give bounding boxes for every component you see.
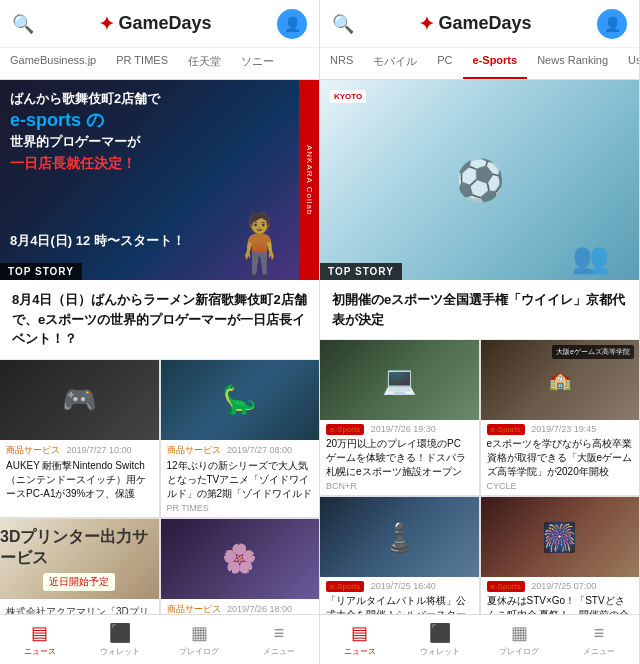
left-nav-wallet[interactable]: ⬛ ウォレット — [80, 615, 160, 664]
left-logo-text: GameDays — [118, 13, 211, 34]
right-top-story[interactable]: ⚽ KYOTO 👥 TOP STORY — [320, 80, 639, 280]
left-tab-prtimes[interactable]: PR TIMES — [106, 48, 178, 79]
left-bottom-nav: ▤ ニュース ⬛ ウォレット ▦ プレイログ ≡ メニュー — [0, 614, 319, 664]
right-tab-esports[interactable]: e-Sports — [463, 48, 528, 79]
left-news-grid: 🎮 商品サービス 2019/7/27 10:00 AUKEY 耐衝撃Ninten… — [0, 360, 319, 615]
right-news-img-2: 🏫 大阪eゲームズ高等学院 — [481, 340, 640, 420]
left-news-title-1: AUKEY 耐衝撃Nintendo Switch（ニンテンドースイッチ）用ケース… — [6, 459, 153, 501]
right-news-item-3[interactable]: ♟️ e-Sports 2019/7/25 16:40 「リアルタイムバトル将棋… — [320, 497, 479, 614]
right-nav-wallet-icon: ⬛ — [429, 622, 451, 644]
left-overlay-esports: e-sports の — [10, 108, 160, 133]
left-avatar[interactable]: 👤 — [277, 9, 307, 39]
left-phone: 🔍 ✦ GameDays 👤 GameBusiness.jp PR TIMES … — [0, 0, 320, 664]
left-news-item-4[interactable]: 🌸 商品サービス 2019/7/26 18:00 やがて君になる「小糸侑＆志海燈… — [161, 519, 320, 615]
right-news-item-1[interactable]: 💻 e-Sports 2019/7/26 19:30 20万円以上のプレイ環境の… — [320, 340, 479, 495]
right-top-story-img: ⚽ KYOTO 👥 — [320, 80, 639, 280]
right-tab-nrs[interactable]: NRS — [320, 48, 363, 79]
left-news-meta-3: 株式会社アクアマリン「3Dプリン — [0, 599, 159, 615]
left-nav-news[interactable]: ▤ ニュース — [0, 615, 80, 664]
right-nav-playlog-label: プレイログ — [499, 646, 539, 657]
right-kyoto-text: KYOTO — [334, 92, 362, 101]
left-nav-playlog[interactable]: ▦ プレイログ — [160, 615, 240, 664]
left-news-img-2: 🦕 — [161, 360, 320, 440]
right-tab-pc[interactable]: PC — [427, 48, 462, 79]
right-school-badge: 大阪eゲームズ高等学院 — [552, 345, 634, 359]
right-tab-mobile[interactable]: モバイル — [363, 48, 427, 79]
left-nav-menu-label: メニュー — [263, 646, 295, 657]
right-news-cat-4: e-Sports 2019/7/25 07:00 — [487, 581, 634, 592]
right-news-cat-2: e-Sports 2019/7/23 19:45 — [487, 424, 634, 435]
left-top-story-title[interactable]: 8月4日（日）ばんからラーメン新宿歌舞伎町2店舗で、eスポーツの世界的プロゲーマ… — [0, 280, 319, 360]
right-news-cat-3: e-Sports 2019/7/25 16:40 — [326, 581, 473, 592]
left-overlay-text: ばんから歌舞伎町2店舗で e-sports の 世界的プロゲーマーが 一日店長就… — [10, 90, 160, 174]
right-search-icon[interactable]: 🔍 — [332, 13, 354, 35]
left-nav-tabs: GameBusiness.jp PR TIMES 任天堂 ソニー — [0, 48, 319, 80]
right-content: ⚽ KYOTO 👥 TOP STORY 初開催のeスポーツ全国選手権「ウイイレ」… — [320, 80, 639, 614]
right-news-img-1: 💻 — [320, 340, 479, 420]
left-news-item-2[interactable]: 🦕 商品サービス 2019/7/27 08:00 12年ぶりの新シリーズで大人気… — [161, 360, 320, 517]
right-news-meta-2: e-Sports 2019/7/23 19:45 eスポーツを学びながら高校卒業… — [481, 420, 640, 495]
left-nav-playlog-icon: ▦ — [191, 622, 208, 644]
right-phone: 🔍 ✦ GameDays 👤 NRS モバイル PC e-Sports News… — [320, 0, 640, 664]
right-news-item-4[interactable]: 🎆 e-Sports 2019/7/25 07:00 夏休みはSTV×Go！「S… — [481, 497, 640, 614]
right-news-meta-3: e-Sports 2019/7/25 16:40 「リアルタイムバトル将棋」公式… — [320, 577, 479, 614]
right-news-title-2: eスポーツを学びながら高校卒業資格が取得できる「大阪eゲームズ高等学院」が202… — [487, 437, 634, 479]
left-news-item-3[interactable]: 3Dプリンター出力サービス 近日開始予定 株式会社アクアマリン「3Dプリン — [0, 519, 159, 615]
right-nav-menu-label: メニュー — [583, 646, 615, 657]
right-nav-wallet[interactable]: ⬛ ウォレット — [400, 615, 480, 664]
left-tab-nintendo[interactable]: 任天堂 — [178, 48, 231, 79]
right-news-img-3: ♟️ — [320, 497, 479, 577]
left-news-cat-1: 商品サービス 2019/7/27 10:00 — [6, 444, 153, 457]
left-top-story[interactable]: ばんから歌舞伎町2店舗で e-sports の 世界的プロゲーマーが 一日店長就… — [0, 80, 319, 280]
right-img-icon: ⚽ — [455, 157, 505, 204]
left-nav-news-icon: ▤ — [31, 622, 48, 644]
left-content: ばんから歌舞伎町2店舗で e-sports の 世界的プロゲーマーが 一日店長就… — [0, 80, 319, 614]
right-news-img-4: 🎆 — [481, 497, 640, 577]
left-news-img-4: 🌸 — [161, 519, 320, 599]
right-nav-playlog[interactable]: ▦ プレイログ — [480, 615, 560, 664]
left-news-source-2: PR TIMES — [167, 503, 314, 513]
right-news-title-1: 20万円以上のプレイ環境のPC ゲームを体験できる！ドスパラ札幌にeスポーツ施設… — [326, 437, 473, 479]
left-logo-icon: ✦ — [99, 13, 114, 35]
right-people: 👥 — [572, 240, 609, 275]
right-top-story-label: TOP STORY — [320, 263, 402, 280]
right-news-title-3: 「リアルタイムバトル将棋」公式大会を開催！シルバースタージャ — [326, 594, 473, 614]
left-search-icon[interactable]: 🔍 — [12, 13, 34, 35]
left-top-story-label: TOP STORY — [0, 263, 82, 280]
right-nav-menu[interactable]: ≡ メニュー — [559, 615, 639, 664]
right-esports-badge-2: e-Sports — [487, 424, 525, 435]
right-tab-newsranking[interactable]: News Ranking — [527, 48, 618, 79]
left-news-meta-1: 商品サービス 2019/7/27 10:00 AUKEY 耐衝撃Nintendo… — [0, 440, 159, 505]
right-nav-tabs: NRS モバイル PC e-Sports News Ranking Us — [320, 48, 639, 80]
left-tab-sony[interactable]: ソニー — [231, 48, 284, 79]
left-logo: ✦ GameDays — [99, 13, 211, 35]
right-avatar[interactable]: 👤 — [597, 9, 627, 39]
left-news-title-3: 株式会社アクアマリン「3Dプリン — [6, 605, 153, 615]
right-news-source-1: BCN+R — [326, 481, 473, 491]
left-overlay-line1: ばんから歌舞伎町2店舗で — [10, 90, 160, 108]
right-nav-news-icon: ▤ — [351, 622, 368, 644]
right-news-title-4: 夏休みはSTV×Go！「STVどさんこ町内会 夏祭！」開催前の会場 — [487, 594, 634, 614]
right-news-meta-4: e-Sports 2019/7/25 07:00 夏休みはSTV×Go！「STV… — [481, 577, 640, 614]
right-news-item-2[interactable]: 🏫 大阪eゲームズ高等学院 e-Sports 2019/7/23 19:45 e… — [481, 340, 640, 495]
right-logo-text: GameDays — [438, 13, 531, 34]
left-tab-gamebusiness[interactable]: GameBusiness.jp — [0, 48, 106, 79]
left-nav-menu[interactable]: ≡ メニュー — [239, 615, 319, 664]
right-nav-playlog-icon: ▦ — [511, 622, 528, 644]
right-news-cat-1: e-Sports 2019/7/26 19:30 — [326, 424, 473, 435]
left-news-item-1[interactable]: 🎮 商品サービス 2019/7/27 10:00 AUKEY 耐衝撃Ninten… — [0, 360, 159, 517]
right-nav-news-label: ニュース — [344, 646, 376, 657]
left-overlay-line2: 世界的プロゲーマーが — [10, 133, 160, 151]
left-nav-menu-icon: ≡ — [274, 623, 285, 644]
right-nav-news[interactable]: ▤ ニュース — [320, 615, 400, 664]
left-nav-playlog-label: プレイログ — [179, 646, 219, 657]
right-news-source-2: CYCLE — [487, 481, 634, 491]
right-top-story-title[interactable]: 初開催のeスポーツ全国選手権「ウイイレ」京都代表が決定 — [320, 280, 639, 340]
right-esports-badge-3: e-Sports — [326, 581, 364, 592]
left-nav-news-label: ニュース — [24, 646, 56, 657]
left-news-meta-2: 商品サービス 2019/7/27 08:00 12年ぶりの新シリーズで大人気とな… — [161, 440, 320, 517]
left-nav-wallet-label: ウォレット — [100, 646, 140, 657]
right-news-grid: 💻 e-Sports 2019/7/26 19:30 20万円以上のプレイ環境の… — [320, 340, 639, 614]
left-overlay-banner: ANKARA Collab — [299, 80, 319, 280]
right-tab-us[interactable]: Us — [618, 48, 639, 79]
